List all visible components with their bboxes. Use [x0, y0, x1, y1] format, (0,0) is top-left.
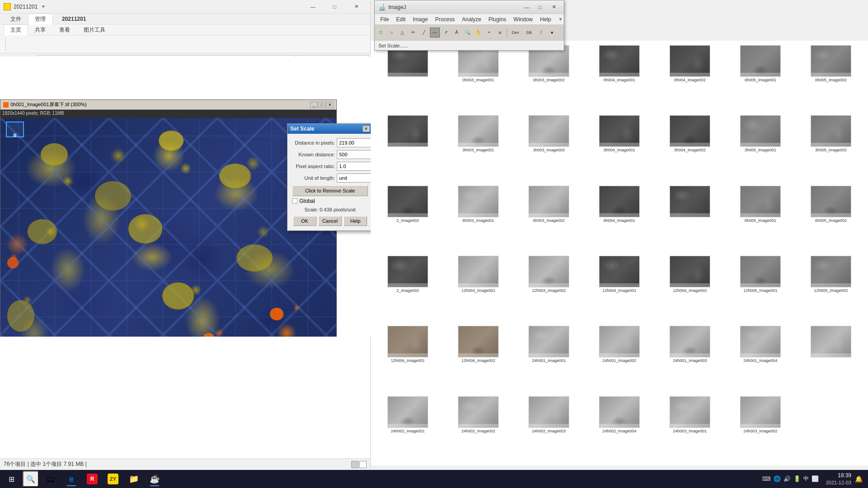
- dialog-close-button[interactable]: ✕: [363, 126, 370, 132]
- list-item[interactable]: 12h006_Image002: [443, 323, 514, 393]
- list-item[interactable]: 0h005_Image001: [725, 42, 796, 113]
- list-item[interactable]: 3h004_Image002: [655, 113, 725, 183]
- list-view-button[interactable]: [351, 461, 359, 468]
- list-item[interactable]: 12h005_Image001: [725, 253, 796, 323]
- list-item[interactable]: [655, 183, 725, 253]
- taskbar-app-zy[interactable]: ZY: [103, 471, 123, 487]
- list-item[interactable]: 24h002_Image003: [514, 394, 584, 464]
- remove-scale-button[interactable]: Click to Remove Scale: [292, 185, 368, 196]
- list-item[interactable]: 3h004_Image001: [584, 113, 655, 183]
- viewer-minimize[interactable]: _: [310, 102, 317, 108]
- list-item[interactable]: [373, 42, 443, 113]
- list-item[interactable]: 3h005_Image002: [796, 113, 866, 183]
- tool-circle[interactable]: ●: [547, 28, 557, 38]
- list-item[interactable]: 6h005_Image001: [725, 183, 796, 253]
- list-item[interactable]: 12h004_Image002: [655, 253, 725, 323]
- taskbar-app-red[interactable]: R: [82, 471, 102, 487]
- list-item[interactable]: 24h001_Image001: [514, 323, 584, 393]
- menu-edit[interactable]: Edit: [392, 14, 409, 25]
- tab-picture-tools[interactable]: 图片工具: [77, 24, 112, 35]
- tool-oval[interactable]: ○: [387, 28, 396, 38]
- menu-image[interactable]: Image: [409, 14, 431, 25]
- list-item[interactable]: 2_Image002: [373, 253, 443, 323]
- list-item[interactable]: 0h005_Image002: [796, 42, 866, 113]
- cancel-button[interactable]: Cancel: [318, 216, 342, 226]
- list-item[interactable]: 3h003_Image001: [443, 113, 514, 183]
- list-item[interactable]: 0h004_Image001: [584, 42, 655, 113]
- list-item[interactable]: 6h003_Image002: [514, 183, 584, 253]
- tool-straight-line[interactable]: —: [430, 28, 440, 38]
- unit-input[interactable]: [337, 174, 371, 183]
- tab-file[interactable]: 文件: [4, 14, 28, 24]
- tab-share[interactable]: 共享: [28, 24, 52, 35]
- tab-view[interactable]: 查看: [52, 24, 77, 35]
- list-item[interactable]: 0h003_Image002: [514, 42, 584, 113]
- network-icon[interactable]: 🌐: [774, 475, 781, 482]
- taskbar-app-explorer[interactable]: 🗂: [41, 471, 61, 487]
- ok-button[interactable]: OK: [293, 216, 316, 226]
- list-item[interactable]: 0h003_Image001: [443, 42, 514, 113]
- menu-plugins[interactable]: Plugins: [485, 14, 509, 25]
- tool-arrow[interactable]: ↗: [441, 28, 451, 38]
- collapse-arrow[interactable]: ▾: [559, 16, 562, 22]
- minimize-button[interactable]: —: [302, 0, 323, 14]
- tool-point[interactable]: •: [484, 28, 494, 38]
- tool-hand[interactable]: ✋: [473, 28, 483, 38]
- tool-line[interactable]: ╱: [419, 28, 429, 38]
- list-item[interactable]: 24h001_Image004: [725, 323, 796, 393]
- distance-input[interactable]: [337, 138, 371, 147]
- volume-icon[interactable]: 🔊: [783, 475, 791, 482]
- input-method[interactable]: 中: [803, 475, 809, 483]
- tool-magnifier[interactable]: 🔍: [462, 28, 472, 38]
- list-item[interactable]: 24h002_Image004: [584, 394, 655, 464]
- list-item[interactable]: 2_Image002: [373, 183, 443, 253]
- list-item[interactable]: 12h003_Image001: [443, 253, 514, 323]
- list-item[interactable]: 12h003_Image002: [514, 253, 584, 323]
- imagej-maximize[interactable]: □: [534, 2, 547, 12]
- maximize-button[interactable]: □: [324, 0, 345, 14]
- tool-polygon[interactable]: △: [397, 28, 407, 38]
- menu-analyze[interactable]: Analyze: [458, 14, 485, 25]
- tab-manage[interactable]: 管理: [28, 14, 52, 24]
- tool-stk[interactable]: Stk: [523, 28, 535, 38]
- menu-window[interactable]: Window: [510, 14, 537, 25]
- grid-view-button[interactable]: [359, 461, 367, 468]
- close-button[interactable]: ✕: [346, 0, 367, 14]
- menu-file[interactable]: File: [377, 14, 392, 25]
- aspect-input[interactable]: [337, 162, 371, 171]
- taskbar-clock[interactable]: 18:39 2021-12-03: [826, 472, 851, 486]
- list-item[interactable]: [373, 113, 443, 183]
- list-item[interactable]: 24h002_Image002: [443, 394, 514, 464]
- global-checkbox[interactable]: [292, 198, 297, 204]
- list-item[interactable]: 12h004_Image001: [584, 253, 655, 323]
- taskbar-app-folder[interactable]: 📁: [124, 471, 144, 487]
- notification-icon[interactable]: 🔔: [855, 475, 863, 483]
- ime-icon[interactable]: ⬜: [811, 475, 819, 482]
- taskbar-app-java[interactable]: ☕: [145, 471, 165, 487]
- list-item[interactable]: 3h003_Image003: [514, 113, 584, 183]
- tool-dev[interactable]: Dev: [509, 28, 522, 38]
- tool-rectangle[interactable]: □: [376, 28, 386, 38]
- list-item[interactable]: 24h003_Image002: [725, 394, 796, 464]
- help-button[interactable]: Help: [344, 216, 367, 226]
- list-item[interactable]: 24h001_Image002: [584, 323, 655, 393]
- list-item[interactable]: 12h006_Image001: [373, 323, 443, 393]
- viewer-close[interactable]: ✕: [326, 102, 334, 108]
- tool-wand[interactable]: ⌀: [495, 28, 505, 38]
- taskbar-app-edge[interactable]: e: [61, 471, 81, 487]
- list-item[interactable]: 3h005_Image001: [725, 113, 796, 183]
- list-item[interactable]: 0h004_Image002: [655, 42, 725, 113]
- tool-text[interactable]: A: [452, 28, 462, 38]
- tool-slash[interactable]: /: [536, 28, 546, 38]
- list-item[interactable]: 24h003_Image001: [655, 394, 725, 464]
- taskbar-search[interactable]: 🔍: [23, 471, 39, 487]
- list-item[interactable]: 24h002_Image001: [373, 394, 443, 464]
- menu-help[interactable]: Help: [537, 14, 555, 25]
- list-item[interactable]: 24h001_Image003: [655, 323, 725, 393]
- viewer-restore[interactable]: □: [318, 102, 326, 108]
- list-item[interactable]: 6h004_Image001: [584, 183, 655, 253]
- imagej-minimize[interactable]: —: [520, 2, 533, 12]
- list-item[interactable]: 6h003_Image001: [443, 183, 514, 253]
- menu-process[interactable]: Process: [431, 14, 458, 25]
- imagej-close[interactable]: ✕: [547, 2, 560, 12]
